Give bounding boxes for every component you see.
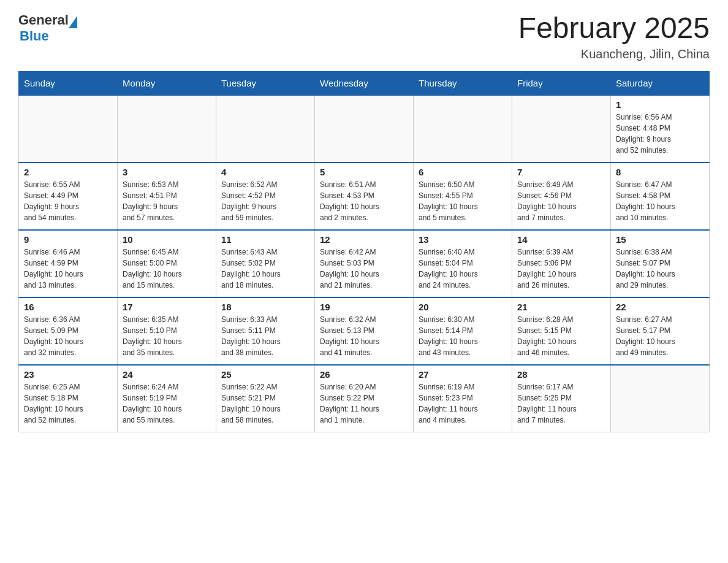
day-number: 6 — [419, 167, 507, 177]
day-info: Sunrise: 6:32 AM Sunset: 5:13 PM Dayligh… — [320, 314, 408, 358]
calendar-cell — [19, 95, 118, 163]
logo-text-general: General — [18, 12, 69, 28]
calendar-cell: 11Sunrise: 6:43 AM Sunset: 5:02 PM Dayli… — [216, 230, 315, 297]
day-info: Sunrise: 6:35 AM Sunset: 5:10 PM Dayligh… — [123, 314, 211, 358]
calendar-cell: 21Sunrise: 6:28 AM Sunset: 5:15 PM Dayli… — [512, 297, 611, 365]
calendar-cell: 27Sunrise: 6:19 AM Sunset: 5:23 PM Dayli… — [414, 365, 512, 432]
day-number: 20 — [419, 302, 507, 312]
day-number: 24 — [123, 369, 211, 380]
calendar-cell: 18Sunrise: 6:33 AM Sunset: 5:11 PM Dayli… — [216, 297, 315, 365]
day-info: Sunrise: 6:56 AM Sunset: 4:48 PM Dayligh… — [616, 112, 704, 156]
day-info: Sunrise: 6:33 AM Sunset: 5:11 PM Dayligh… — [221, 314, 309, 358]
day-info: Sunrise: 6:28 AM Sunset: 5:15 PM Dayligh… — [517, 314, 605, 358]
calendar-cell: 19Sunrise: 6:32 AM Sunset: 5:13 PM Dayli… — [315, 297, 414, 365]
day-number: 26 — [320, 369, 408, 380]
day-number: 4 — [221, 167, 309, 177]
day-number: 5 — [320, 167, 408, 177]
day-info: Sunrise: 6:40 AM Sunset: 5:04 PM Dayligh… — [419, 247, 507, 291]
calendar-cell: 9Sunrise: 6:46 AM Sunset: 4:59 PM Daylig… — [19, 230, 118, 297]
day-info: Sunrise: 6:52 AM Sunset: 4:52 PM Dayligh… — [221, 179, 309, 223]
day-number: 2 — [24, 167, 112, 177]
day-number: 8 — [616, 167, 704, 177]
calendar-cell: 17Sunrise: 6:35 AM Sunset: 5:10 PM Dayli… — [118, 297, 216, 365]
day-number: 19 — [320, 302, 408, 312]
calendar-cell: 10Sunrise: 6:45 AM Sunset: 5:00 PM Dayli… — [118, 230, 216, 297]
day-info: Sunrise: 6:53 AM Sunset: 4:51 PM Dayligh… — [123, 179, 211, 223]
calendar-cell: 8Sunrise: 6:47 AM Sunset: 4:58 PM Daylig… — [611, 163, 710, 230]
week-row-5: 23Sunrise: 6:25 AM Sunset: 5:18 PM Dayli… — [19, 365, 710, 432]
day-info: Sunrise: 6:17 AM Sunset: 5:25 PM Dayligh… — [517, 381, 605, 426]
day-info: Sunrise: 6:36 AM Sunset: 5:09 PM Dayligh… — [24, 314, 112, 358]
calendar-cell — [315, 95, 414, 163]
day-info: Sunrise: 6:22 AM Sunset: 5:21 PM Dayligh… — [221, 381, 309, 426]
day-number: 3 — [123, 167, 211, 177]
day-info: Sunrise: 6:43 AM Sunset: 5:02 PM Dayligh… — [221, 247, 309, 291]
calendar-cell: 28Sunrise: 6:17 AM Sunset: 5:25 PM Dayli… — [512, 365, 611, 432]
calendar-cell: 7Sunrise: 6:49 AM Sunset: 4:56 PM Daylig… — [512, 163, 611, 230]
calendar-cell — [414, 95, 512, 163]
day-info: Sunrise: 6:24 AM Sunset: 5:19 PM Dayligh… — [123, 381, 211, 426]
day-number: 15 — [616, 234, 704, 245]
column-header-friday: Friday — [512, 71, 611, 95]
calendar-cell: 16Sunrise: 6:36 AM Sunset: 5:09 PM Dayli… — [19, 297, 118, 365]
logo-arrow-icon — [69, 16, 77, 28]
column-header-thursday: Thursday — [414, 71, 512, 95]
calendar-cell: 2Sunrise: 6:55 AM Sunset: 4:49 PM Daylig… — [19, 163, 118, 230]
day-info: Sunrise: 6:25 AM Sunset: 5:18 PM Dayligh… — [24, 381, 112, 426]
day-number: 10 — [123, 234, 211, 245]
day-number: 27 — [419, 369, 507, 380]
calendar-cell: 24Sunrise: 6:24 AM Sunset: 5:19 PM Dayli… — [118, 365, 216, 432]
calendar-cell: 3Sunrise: 6:53 AM Sunset: 4:51 PM Daylig… — [118, 163, 216, 230]
calendar-cell: 1Sunrise: 6:56 AM Sunset: 4:48 PM Daylig… — [611, 95, 710, 163]
calendar-cell — [512, 95, 611, 163]
calendar-cell: 26Sunrise: 6:20 AM Sunset: 5:22 PM Dayli… — [315, 365, 414, 432]
week-row-4: 16Sunrise: 6:36 AM Sunset: 5:09 PM Dayli… — [19, 297, 710, 365]
calendar-cell — [216, 95, 315, 163]
day-number: 23 — [24, 369, 112, 380]
calendar-header-row: SundayMondayTuesdayWednesdayThursdayFrid… — [19, 71, 710, 95]
day-number: 25 — [221, 369, 309, 380]
day-info: Sunrise: 6:30 AM Sunset: 5:14 PM Dayligh… — [419, 314, 507, 358]
logo-text-blue: Blue — [20, 28, 77, 44]
calendar-cell: 4Sunrise: 6:52 AM Sunset: 4:52 PM Daylig… — [216, 163, 315, 230]
day-number: 11 — [221, 234, 309, 245]
logo: General Blue — [18, 12, 77, 44]
calendar-cell: 13Sunrise: 6:40 AM Sunset: 5:04 PM Dayli… — [414, 230, 512, 297]
day-info: Sunrise: 6:20 AM Sunset: 5:22 PM Dayligh… — [320, 381, 408, 426]
day-info: Sunrise: 6:39 AM Sunset: 5:06 PM Dayligh… — [517, 247, 605, 291]
day-info: Sunrise: 6:19 AM Sunset: 5:23 PM Dayligh… — [419, 381, 507, 426]
calendar-cell: 15Sunrise: 6:38 AM Sunset: 5:07 PM Dayli… — [611, 230, 710, 297]
calendar-table: SundayMondayTuesdayWednesdayThursdayFrid… — [18, 71, 710, 433]
day-number: 9 — [24, 234, 112, 245]
calendar-title: February 2025 — [518, 12, 710, 45]
calendar-cell: 20Sunrise: 6:30 AM Sunset: 5:14 PM Dayli… — [414, 297, 512, 365]
day-number: 22 — [616, 302, 704, 312]
day-number: 13 — [419, 234, 507, 245]
day-info: Sunrise: 6:42 AM Sunset: 5:03 PM Dayligh… — [320, 247, 408, 291]
calendar-cell — [611, 365, 710, 432]
day-number: 18 — [221, 302, 309, 312]
title-block: February 2025 Kuancheng, Jilin, China — [518, 12, 710, 61]
calendar-subtitle: Kuancheng, Jilin, China — [518, 47, 710, 61]
calendar-cell: 6Sunrise: 6:50 AM Sunset: 4:55 PM Daylig… — [414, 163, 512, 230]
day-number: 28 — [517, 369, 605, 380]
day-info: Sunrise: 6:55 AM Sunset: 4:49 PM Dayligh… — [24, 179, 112, 223]
day-number: 14 — [517, 234, 605, 245]
week-row-2: 2Sunrise: 6:55 AM Sunset: 4:49 PM Daylig… — [19, 163, 710, 230]
day-info: Sunrise: 6:51 AM Sunset: 4:53 PM Dayligh… — [320, 179, 408, 223]
day-info: Sunrise: 6:49 AM Sunset: 4:56 PM Dayligh… — [517, 179, 605, 223]
day-info: Sunrise: 6:46 AM Sunset: 4:59 PM Dayligh… — [24, 247, 112, 291]
calendar-cell — [118, 95, 216, 163]
day-number: 1 — [616, 99, 704, 110]
day-info: Sunrise: 6:47 AM Sunset: 4:58 PM Dayligh… — [616, 179, 704, 223]
day-number: 7 — [517, 167, 605, 177]
day-number: 21 — [517, 302, 605, 312]
column-header-wednesday: Wednesday — [315, 71, 414, 95]
calendar-cell: 25Sunrise: 6:22 AM Sunset: 5:21 PM Dayli… — [216, 365, 315, 432]
day-number: 12 — [320, 234, 408, 245]
column-header-tuesday: Tuesday — [216, 71, 315, 95]
calendar-cell: 14Sunrise: 6:39 AM Sunset: 5:06 PM Dayli… — [512, 230, 611, 297]
column-header-sunday: Sunday — [19, 71, 118, 95]
calendar-cell: 23Sunrise: 6:25 AM Sunset: 5:18 PM Dayli… — [19, 365, 118, 432]
day-number: 17 — [123, 302, 211, 312]
